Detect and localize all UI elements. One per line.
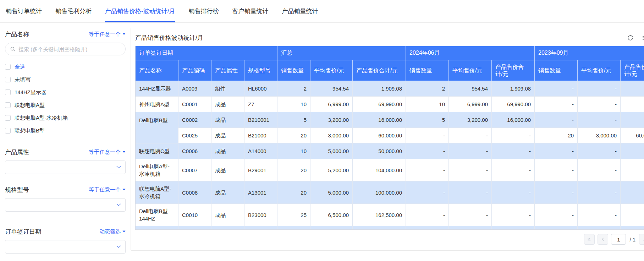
- table-cell: -: [621, 181, 644, 204]
- filter-label-spec: 规格型号: [5, 186, 29, 194]
- table-cell: 成品: [211, 128, 244, 143]
- checkbox-option[interactable]: 联想电脑A型: [5, 99, 126, 112]
- tab-4[interactable]: 客户销量统计: [232, 0, 268, 22]
- pagination-prev-button[interactable]: [598, 234, 608, 245]
- table-cell: 6,500.00: [310, 204, 353, 226]
- checkbox[interactable]: [5, 77, 11, 82]
- tab-1[interactable]: 销售毛利分析: [55, 0, 92, 22]
- table-cell: B210001: [244, 112, 277, 128]
- checkbox[interactable]: [5, 115, 11, 121]
- table-cell: C0006: [178, 143, 211, 159]
- search-icon: [10, 46, 16, 52]
- checkbox-option[interactable]: 全选: [5, 60, 126, 73]
- pagination-first-button[interactable]: [584, 234, 595, 245]
- table-cell: -: [535, 112, 578, 128]
- table-cell: B21000: [244, 128, 277, 143]
- table-cell: -: [449, 128, 492, 143]
- table-cell: -: [449, 204, 492, 226]
- checkbox[interactable]: [5, 102, 11, 108]
- table-cell: -: [535, 181, 578, 204]
- table-cell: 2: [406, 81, 449, 97]
- table-cell: 1,909.08: [353, 81, 406, 97]
- product-name-cell: 神州电脑A型: [136, 97, 178, 112]
- checkbox[interactable]: [5, 128, 11, 134]
- table-cell: 成品: [211, 159, 244, 181]
- table-cell: 10: [277, 143, 310, 159]
- checkbox-option[interactable]: 144HZ显示器: [5, 86, 126, 99]
- column-header: 规格型号: [244, 60, 277, 81]
- checkbox-option[interactable]: 联想电脑A型-水冷机箱: [5, 112, 126, 124]
- table-cell: 成品: [211, 204, 244, 226]
- checkbox[interactable]: [5, 64, 11, 70]
- table-cell: C0008: [178, 181, 211, 204]
- table-viewport: 订单签订日期汇总2024年06月2023年09月产品名称产品编码产品属性规格型号…: [135, 46, 644, 230]
- product-name-cell: 联想电脑B型: [136, 226, 178, 230]
- page-total: / 1: [629, 236, 636, 243]
- table-cell: 5: [277, 112, 310, 128]
- refresh-icon[interactable]: [627, 35, 633, 41]
- table-cell: 2: [277, 81, 310, 97]
- table-cell: 20: [277, 128, 310, 143]
- table-cell: -: [578, 204, 621, 226]
- search-box[interactable]: [5, 43, 126, 55]
- table-cell: -: [621, 112, 644, 128]
- table-cell: 6,999.00: [449, 97, 492, 112]
- table-cell: -: [535, 97, 578, 112]
- table-cell: 成品: [211, 226, 244, 230]
- chevron-down-icon: [116, 166, 121, 169]
- filter-operator-product-attr[interactable]: 等于任意一个: [89, 149, 126, 156]
- sort-icon[interactable]: [642, 35, 644, 41]
- table-cell: -: [578, 159, 621, 181]
- checkbox-option[interactable]: 联想电脑B型: [5, 124, 126, 137]
- table-cell: 104,000.00: [353, 159, 406, 181]
- report-table: 订单签订日期汇总2024年06月2023年09月产品名称产品编码产品属性规格型号…: [136, 46, 644, 230]
- table-cell: 6,999.00: [310, 97, 353, 112]
- product-name-cell: 联想电脑A型-水冷机箱: [136, 181, 178, 204]
- filter-section-product-name: 产品名称 等于任意一个 全选未填写144HZ显示器联想电脑A型联想电脑A型-水冷…: [5, 30, 126, 137]
- option-label: 144HZ显示器: [15, 89, 46, 96]
- column-header: 平均售价/元: [578, 60, 621, 81]
- table-cell: Z7: [244, 97, 277, 112]
- tab-0[interactable]: 销售订单统计: [6, 0, 42, 22]
- tab-2[interactable]: 产品销售价格-波动统计/月: [105, 0, 175, 22]
- table-cell: [277, 226, 310, 230]
- table-cell: -: [406, 181, 449, 204]
- table-cell: 5,000.00: [310, 143, 353, 159]
- table-cell: [492, 226, 535, 230]
- table-cell: 组件: [211, 81, 244, 97]
- table-cell: 16,000.00: [353, 112, 406, 128]
- column-header: 产品售价合计/元: [621, 60, 644, 81]
- table-cell: 16,000.00: [492, 112, 535, 128]
- filter-operator-product-name[interactable]: 等于任意一个: [89, 31, 126, 38]
- filter-section-order-date: 订单签订日期 动态筛选: [5, 227, 126, 254]
- filter-operator-spec[interactable]: 等于任意一个: [89, 186, 126, 193]
- table-cell: 60,000.00: [621, 128, 644, 143]
- spec-select[interactable]: [5, 198, 126, 212]
- caret-down-icon: [122, 230, 126, 233]
- table-cell: -: [535, 159, 578, 181]
- table-cell: [244, 226, 277, 230]
- checkbox-option[interactable]: 未填写: [5, 73, 126, 86]
- table-cell: -: [621, 97, 644, 112]
- option-label: 联想电脑A型: [15, 102, 45, 109]
- tab-3[interactable]: 销售排行榜: [188, 0, 219, 22]
- table-cell: 162,500.00: [353, 204, 406, 226]
- column-group-header: 订单签订日期: [136, 46, 277, 60]
- tab-5[interactable]: 产品销量统计: [282, 0, 318, 22]
- table-cell: 5: [406, 112, 449, 128]
- filter-operator-order-date[interactable]: 动态筛选: [99, 228, 126, 235]
- table-cell: [449, 226, 492, 230]
- pagination-next-button[interactable]: [639, 234, 644, 245]
- search-input[interactable]: [18, 46, 121, 52]
- table-cell: C0025: [178, 128, 211, 143]
- report-title: 产品销售价格波动统计/月: [135, 34, 203, 42]
- order-date-select[interactable]: [5, 240, 126, 254]
- filter-section-product-attr: 产品属性 等于任意一个: [5, 148, 126, 174]
- table-cell: 成品: [211, 112, 244, 128]
- product-attr-select[interactable]: [5, 161, 126, 174]
- page-input[interactable]: [611, 234, 626, 245]
- table-cell: -: [406, 159, 449, 181]
- table-cell: 50,000.00: [353, 143, 406, 159]
- checkbox[interactable]: [5, 89, 11, 95]
- product-name-options: 全选未填写144HZ显示器联想电脑A型联想电脑A型-水冷机箱联想电脑B型: [5, 60, 126, 137]
